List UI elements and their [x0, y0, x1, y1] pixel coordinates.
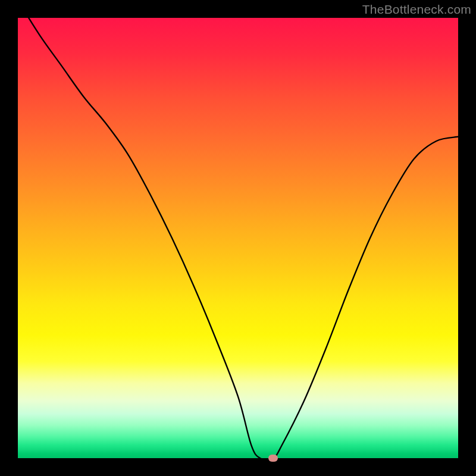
plot-area [18, 18, 458, 458]
watermark-text: TheBottleneck.com [362, 2, 471, 17]
bottleneck-curve [18, 18, 458, 458]
chart-frame: TheBottleneck.com [0, 0, 476, 476]
optimal-marker [268, 455, 278, 462]
